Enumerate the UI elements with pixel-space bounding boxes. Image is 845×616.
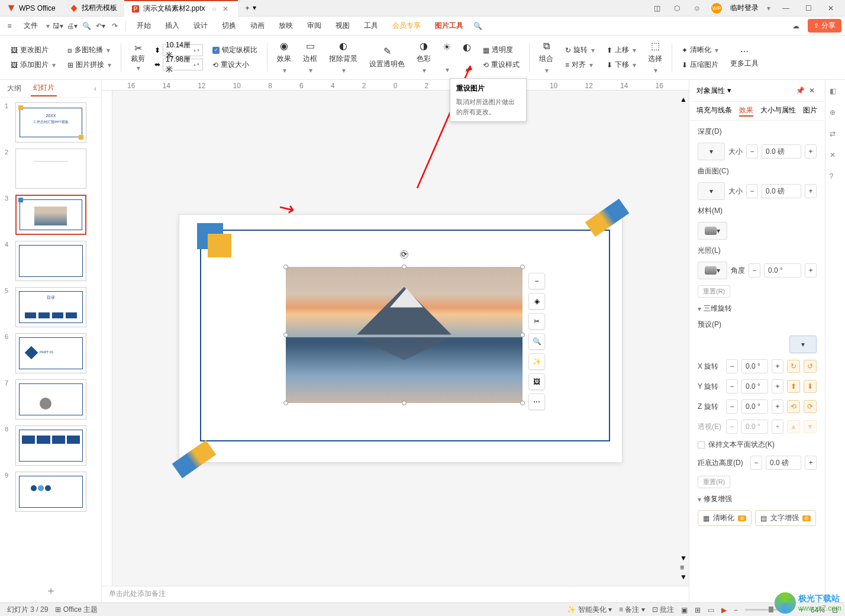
view-normal-icon[interactable]: ▣ [681,606,688,614]
bevel-select[interactable]: ▾ [698,182,725,200]
align-button[interactable]: ≡对齐 [563,59,597,71]
tab-vip[interactable]: 会员专享 [386,18,427,33]
float-magnify-icon[interactable]: 🔍 [528,333,545,350]
resize-handle-nw[interactable] [283,265,288,269]
yrot-inc[interactable]: + [772,379,783,394]
sharpen-card[interactable]: ▦清晰化♔ [698,510,752,526]
preview-icon[interactable]: 🔍 [80,20,92,32]
thumbnail-4[interactable] [15,241,86,281]
thumbnail-9[interactable] [15,472,86,512]
save-icon[interactable]: 🖫▾ [52,20,64,32]
colorize-button[interactable]: ◑色彩 [414,39,433,76]
select-button[interactable]: ⬚选择 [646,39,665,76]
undo-icon[interactable]: ↶▾ [95,20,107,32]
zrot-inc[interactable]: + [772,399,783,414]
view-reading-icon[interactable]: ▭ [708,606,714,614]
float-magic-icon[interactable]: ✨ [528,353,545,370]
text-enhance-card[interactable]: ▤文字增强♔ [755,510,816,526]
move-down-button[interactable]: ⬇下移 [604,59,638,71]
resize-handle-s[interactable] [402,401,407,405]
change-picture-button[interactable]: 🖼更改图片 [8,44,58,56]
bevel-dec[interactable]: − [746,184,758,198]
outline-tab[interactable]: 大纲 [5,81,24,96]
reset-size-button[interactable]: ⟲重设大小 [210,59,260,71]
set-transparent-button[interactable]: ✎设置透明色 [367,44,407,70]
width-input[interactable]: 17.98厘米▲▼ [163,59,203,70]
notes-area[interactable]: 单击此处添加备注 [102,586,689,602]
thumbnail-6[interactable]: PART 01 [15,333,86,373]
close-window-icon[interactable]: ✕ [824,2,838,14]
pin-icon[interactable]: 📌 [794,85,806,96]
tab-picture-tools[interactable]: 图片工具 [429,18,469,33]
tab-show[interactable]: 放映 [273,18,299,33]
depth-color-select[interactable]: ▾ [698,143,725,160]
menu-icon[interactable]: ≡ [4,20,15,32]
file-menu[interactable]: 文件 [18,18,44,33]
tab-insert[interactable]: 插入 [159,18,185,33]
thumbnail-7[interactable] [15,379,86,420]
effect-tab[interactable]: 效果 [739,105,753,117]
login-dropdown-icon[interactable]: ▾ [767,4,770,12]
picture-join-button[interactable]: ⊞图片拼接 [65,59,114,71]
xrot-inc[interactable]: + [772,359,783,373]
fix-enhance-section[interactable]: 修复增强 [698,494,817,504]
dist-value[interactable]: 0.0 磅 [766,456,801,470]
close-tab-icon[interactable]: ✕ [220,5,231,13]
thumbnail-5[interactable]: 目录 [15,287,86,327]
template-tab[interactable]: 找稻壳模板 [63,0,124,17]
move-up-button[interactable]: ⬆上移 [604,44,638,56]
scroll-up-buttons[interactable]: ▲ [680,95,687,104]
tab-design[interactable]: 设计 [188,18,214,33]
rail-tools-icon[interactable]: ✕ [830,151,841,163]
yrot-dec[interactable]: − [726,379,738,394]
selected-image[interactable]: ⟳ [286,267,523,403]
share-button[interactable]: ⇧ 分享 [808,19,841,33]
login-status[interactable]: 临时登录 [730,3,759,13]
zrot-dec[interactable]: − [726,399,738,414]
beautify-button[interactable]: ✨ 智能美化 ▾ [567,605,612,615]
bevel-inc[interactable]: + [805,184,817,198]
cloud-icon[interactable]: ☁ [790,20,802,32]
depth-inc[interactable]: + [805,144,817,159]
remark-toggle[interactable]: ≡ 备注 ▾ [619,605,645,615]
tab-animation[interactable]: 动画 [244,18,270,33]
resize-handle-sw[interactable] [283,401,288,405]
material-select[interactable]: ▾ [698,222,727,240]
resize-handle-se[interactable] [520,401,525,405]
depth-dec[interactable]: − [746,144,758,159]
resize-handle-n[interactable] [402,265,407,269]
dist-inc[interactable]: + [805,456,817,470]
zrot-ccw-icon[interactable]: ⟲ [787,400,800,413]
theme-indicator[interactable]: ⊞ Office 主题 [55,605,98,615]
float-zoom-minus[interactable]: − [528,273,545,289]
group-button[interactable]: ⧉组合 [537,40,556,76]
tab-review[interactable]: 审阅 [301,18,327,33]
float-crop-icon[interactable]: ✂ [528,313,545,330]
rotate-button[interactable]: ↻旋转 [563,44,597,56]
rotation-handle[interactable]: ⟳ [400,250,408,259]
resize-handle-ne[interactable] [520,265,525,269]
border-button[interactable]: ▭边框 [301,39,320,76]
reset-3d-format[interactable]: 重置(R) [698,285,730,298]
3d-rotation-section[interactable]: 三维旋转 [698,304,817,314]
size-tab[interactable]: 大小与属性 [760,105,796,117]
xrot-left-icon[interactable]: ↻ [787,360,800,373]
rail-style-icon[interactable]: ◧ [830,87,841,99]
redo-icon[interactable]: ↷ [109,20,121,32]
float-replace-icon[interactable]: 🖼 [528,373,545,390]
tab-start[interactable]: 开始 [131,18,157,33]
angle-dec[interactable]: − [749,263,760,278]
view-sorter-icon[interactable]: ⊞ [695,606,701,614]
file-dropdown-icon[interactable]: ▾ [46,22,50,30]
tab-dropdown-icon[interactable]: ○ [212,5,217,13]
multi-outline-button[interactable]: ⧈多图轮播 [65,44,114,56]
bevel-value[interactable]: 0.0 磅 [762,184,801,198]
search-icon[interactable]: 🔍 [472,20,483,32]
maximize-icon[interactable]: ☐ [801,2,815,14]
view-slideshow-icon[interactable]: ▶ [721,606,727,614]
thumbnail-1[interactable]: 20XX工作总结汇报PPT模板 [15,102,86,143]
angle-value[interactable]: 0.0 ° [764,263,801,278]
thumbnail-8[interactable] [15,425,86,466]
dist-dec[interactable]: − [750,456,762,470]
yrot-value[interactable]: 0.0 ° [741,379,768,394]
